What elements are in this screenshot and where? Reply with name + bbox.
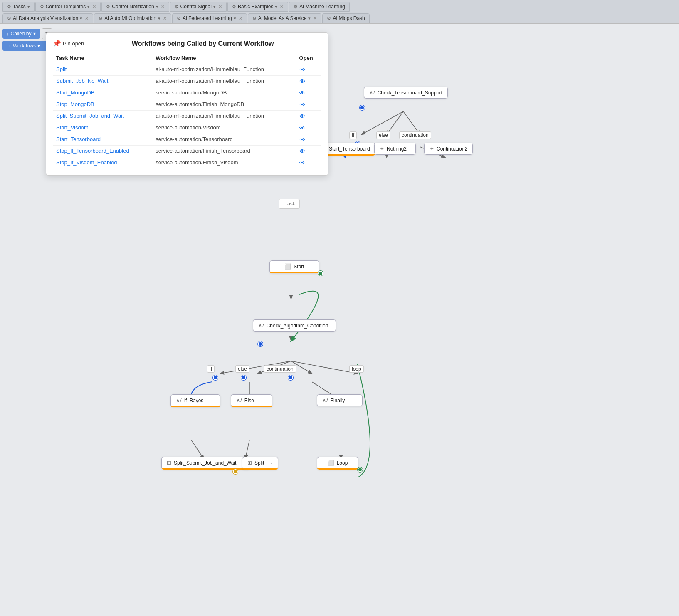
aim-close-btn[interactable]: ✕ xyxy=(313,16,317,21)
tab-bar: ⚙ Tasks ▾ ⚙ Control Templates ▾ ✕ ⚙ Cont… xyxy=(0,0,679,24)
cs-dropdown-icon: ▾ xyxy=(213,4,216,10)
cn-close-btn[interactable]: ✕ xyxy=(161,4,165,10)
aif-close-btn[interactable]: ✕ xyxy=(239,16,242,21)
ct-icon: ⚙ xyxy=(40,4,44,10)
aim-dropdown-icon: ▾ xyxy=(308,16,311,21)
be-dropdown-icon: ▾ xyxy=(275,4,277,10)
cn-icon: ⚙ xyxy=(106,4,110,10)
tab-tasks[interactable]: ⚙ Tasks ▾ xyxy=(2,2,35,12)
aimlops-icon: ⚙ xyxy=(327,16,331,21)
aid-close-btn[interactable]: ✕ xyxy=(85,16,89,21)
tab-control-signal[interactable]: ⚙ Control Signal ▾ ✕ xyxy=(170,2,227,12)
ct-dropdown-icon: ▾ xyxy=(87,4,90,10)
aiam-close-btn[interactable]: ✕ xyxy=(163,16,167,21)
be-icon: ⚙ xyxy=(232,4,236,10)
cs-icon: ⚙ xyxy=(175,4,179,10)
tab-control-notification[interactable]: ⚙ Control Notification ▾ ✕ xyxy=(101,2,169,12)
tab-control-templates[interactable]: ⚙ Control Templates ▾ ✕ xyxy=(35,2,101,12)
be-close-btn[interactable]: ✕ xyxy=(280,4,284,10)
tab-ai-mlops[interactable]: ⚙ Ai Mlops Dash xyxy=(322,13,369,23)
tasks-icon: ⚙ xyxy=(7,4,11,10)
tab-ai-ml[interactable]: ⚙ Ai Machine Learning xyxy=(289,2,349,12)
cn-dropdown-icon: ▾ xyxy=(156,4,158,10)
cs-close-btn[interactable]: ✕ xyxy=(218,4,222,10)
ct-close-btn[interactable]: ✕ xyxy=(92,4,96,10)
aim-icon: ⚙ xyxy=(252,16,257,21)
aif-icon: ⚙ xyxy=(177,16,181,21)
aid-dropdown-icon: ▾ xyxy=(80,16,82,21)
tab-basic-examples[interactable]: ⚙ Basic Examples ▾ ✕ xyxy=(227,2,288,12)
aif-dropdown-icon: ▾ xyxy=(234,16,236,21)
tab-ai-model[interactable]: ⚙ Ai Model As A Service ▾ ✕ xyxy=(248,13,322,23)
dropdown-icon: ▾ xyxy=(27,4,30,10)
aid-icon: ⚙ xyxy=(7,16,11,21)
aiam-dropdown-icon: ▾ xyxy=(158,16,160,21)
aiam-icon: ⚙ xyxy=(99,16,103,21)
tab-ai-data[interactable]: ⚙ Ai Data Analysis Visualization ▾ ✕ xyxy=(2,13,93,23)
aiml-icon: ⚙ xyxy=(294,4,298,10)
tab-ai-auto-mi[interactable]: ⚙ Ai Auto MI Optimization ▾ ✕ xyxy=(94,13,171,23)
tab-ai-federated[interactable]: ⚙ Ai Federated Learning ▾ ✕ xyxy=(172,13,247,23)
